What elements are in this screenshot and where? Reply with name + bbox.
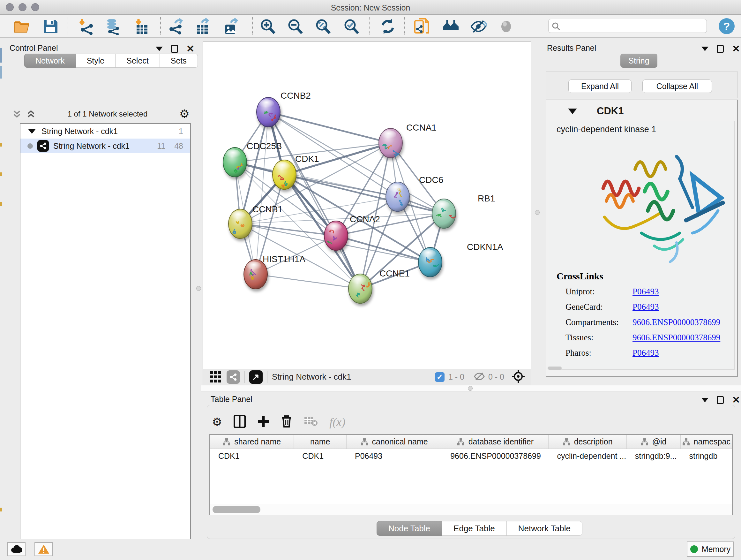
warnings-button[interactable] xyxy=(35,542,53,556)
node-CCNB2[interactable] xyxy=(257,98,280,127)
clone-network-icon[interactable] xyxy=(414,18,430,35)
table-cell[interactable]: CDK1 xyxy=(210,449,294,463)
node-CCNA2[interactable] xyxy=(324,221,348,250)
tab-select[interactable]: Select xyxy=(116,54,159,68)
edge-HIST1H1A-CCNE1[interactable] xyxy=(256,274,360,289)
column-header-shared-name[interactable]: shared name xyxy=(210,435,294,449)
table-settings-gear-icon[interactable]: ⚙ xyxy=(212,415,222,429)
crosslink-link[interactable]: 9606.ENSP00000378699 xyxy=(632,317,720,327)
node-CDK1[interactable] xyxy=(273,160,296,189)
expand-all-icon[interactable] xyxy=(26,109,36,119)
node-RB1[interactable] xyxy=(432,199,456,228)
add-column-icon[interactable] xyxy=(257,415,269,429)
panel-close-icon[interactable]: ✕ xyxy=(186,45,194,53)
node-CDC6[interactable] xyxy=(386,182,409,211)
save-session-icon[interactable] xyxy=(42,18,59,35)
column-header-database-identifier[interactable]: database identifier xyxy=(442,435,549,449)
tab-sets[interactable]: Sets xyxy=(160,54,198,68)
crosslink-link[interactable]: P06493 xyxy=(632,302,659,312)
right-splitter-grip[interactable] xyxy=(535,210,540,215)
table-row[interactable]: CDK1CDK1P064939606.ENSP00000378699cyclin… xyxy=(210,449,732,463)
table-hscroll-thumb[interactable] xyxy=(212,506,260,513)
zoom-fit-icon[interactable] xyxy=(315,18,332,35)
node-CCNA1[interactable] xyxy=(379,128,402,158)
hidden-eye-icon[interactable] xyxy=(474,372,485,382)
panel-float-icon[interactable] xyxy=(171,45,178,53)
import-table-icon[interactable] xyxy=(134,18,151,35)
gene-section-header[interactable]: CDK1 xyxy=(549,102,735,120)
show-columns-icon[interactable] xyxy=(233,415,246,429)
help-button[interactable]: ? xyxy=(719,18,735,34)
table-cell[interactable]: stringdb:9... xyxy=(627,449,681,463)
home-icon[interactable] xyxy=(443,18,459,35)
delete-column-icon[interactable] xyxy=(281,415,292,429)
panel-collapse-icon[interactable] xyxy=(701,47,709,51)
tab-network-table[interactable]: Network Table xyxy=(507,521,583,536)
refresh-layout-icon[interactable] xyxy=(380,18,396,35)
zoom-in-icon[interactable] xyxy=(260,18,276,35)
table-cell[interactable]: CDK1 xyxy=(294,449,347,463)
table-cell[interactable]: 9606.ENSP00000378699 xyxy=(442,449,549,463)
tab-style[interactable]: Style xyxy=(76,54,116,68)
search-input[interactable] xyxy=(562,20,703,32)
panel-float-icon[interactable] xyxy=(717,396,724,404)
panel-collapse-icon[interactable] xyxy=(156,47,163,51)
panel-collapse-icon[interactable] xyxy=(701,398,709,402)
column-header-description[interactable]: description xyxy=(549,435,626,449)
crosshair-icon[interactable] xyxy=(511,369,525,385)
column-header-name[interactable]: name xyxy=(294,435,347,449)
crosslink-link[interactable]: 9606.ENSP00000378699 xyxy=(632,333,720,343)
tab-network[interactable]: Network xyxy=(24,54,76,68)
grid-view-icon[interactable] xyxy=(209,370,222,384)
table-cell[interactable]: cyclin-dependent ... xyxy=(549,449,626,463)
horizontal-splitter-grip[interactable] xyxy=(468,386,473,391)
open-session-icon[interactable] xyxy=(13,18,30,35)
selected-checkbox-icon[interactable]: ✓ xyxy=(435,372,445,382)
column-header--id[interactable]: @id xyxy=(627,435,681,449)
panel-close-icon[interactable]: ✕ xyxy=(732,45,740,53)
collection-caret-icon[interactable] xyxy=(28,129,36,134)
memory-button[interactable]: Memory xyxy=(687,542,734,557)
network-canvas[interactable]: CCNB2CCNA1CDC25BCDK1CDC6RB1CCNB1CCNA2CDK… xyxy=(203,42,531,369)
node-CCNE1[interactable] xyxy=(348,274,372,303)
panel-close-icon[interactable]: ✕ xyxy=(732,396,740,404)
edge-CCNB2-CCNA1[interactable] xyxy=(268,112,391,143)
network-options-gear-icon[interactable]: ⚙ xyxy=(179,107,190,121)
left-splitter-grip[interactable] xyxy=(196,286,201,291)
export-table-icon[interactable] xyxy=(194,18,211,35)
tab-string[interactable]: String xyxy=(620,54,657,68)
birds-eye-view-icon[interactable] xyxy=(249,370,263,384)
crosslink-link[interactable]: P06493 xyxy=(632,348,659,358)
export-network-icon[interactable] xyxy=(167,18,184,35)
table-hscrollbar[interactable] xyxy=(210,504,732,515)
network-collection-row[interactable]: String Network - cdk1 1 xyxy=(20,124,190,138)
zoom-selected-icon[interactable] xyxy=(343,18,360,35)
crosslink-link[interactable]: P06493 xyxy=(632,287,659,297)
table-cell[interactable]: stringdb xyxy=(681,449,732,463)
tab-edge-table[interactable]: Edge Table xyxy=(442,521,507,536)
hide-graphics-eye-icon[interactable] xyxy=(470,18,487,35)
import-network-file-icon[interactable] xyxy=(78,18,95,35)
import-network-database-icon[interactable] xyxy=(105,18,121,35)
network-row[interactable]: String Network - cdk1 11 48 xyxy=(20,138,190,153)
node-CDC25B[interactable] xyxy=(223,147,247,177)
gene-caret-icon[interactable] xyxy=(568,109,577,114)
search-box[interactable] xyxy=(548,19,707,33)
collapse-all-button[interactable]: Collapse All xyxy=(643,79,712,93)
export-image-icon[interactable] xyxy=(223,18,239,35)
node-CCNB1[interactable] xyxy=(228,209,252,239)
cloud-button[interactable] xyxy=(7,542,25,556)
column-header-namespac[interactable]: namespac xyxy=(681,435,732,449)
column-header-canonical-name[interactable]: canonical name xyxy=(347,435,442,449)
node-CDKN1A[interactable] xyxy=(418,247,442,277)
tab-node-table[interactable]: Node Table xyxy=(377,521,442,536)
expand-all-button[interactable]: Expand All xyxy=(568,79,631,93)
edge-CDK1-CCNE1[interactable] xyxy=(284,175,360,289)
string-view-icon[interactable] xyxy=(226,370,240,384)
panel-float-icon[interactable] xyxy=(717,45,724,53)
table-cell[interactable]: P06493 xyxy=(347,449,442,463)
results-hscroll-thumb[interactable] xyxy=(548,367,562,370)
collapse-all-icon[interactable] xyxy=(12,109,22,119)
network-graph[interactable]: CCNB2CCNA1CDC25BCDK1CDC6RB1CCNB1CCNA2CDK… xyxy=(203,42,531,369)
zoom-out-icon[interactable] xyxy=(287,18,304,35)
